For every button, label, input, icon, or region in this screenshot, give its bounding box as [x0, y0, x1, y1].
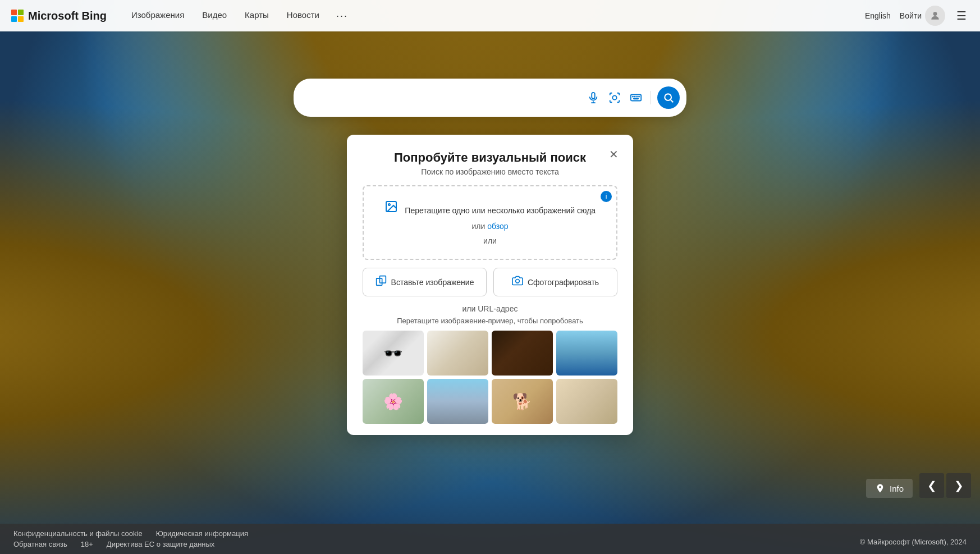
- browse-link[interactable]: обзор: [487, 222, 508, 231]
- ms-sq-blue: [11, 16, 17, 22]
- paste-image-label: Вставьте изображение: [391, 278, 474, 287]
- avatar: [925, 6, 945, 26]
- svg-line-12: [671, 100, 674, 103]
- sample-image-dog[interactable]: 🐕: [492, 379, 553, 424]
- sample-image-pyramid[interactable]: [427, 379, 488, 424]
- footer-legal[interactable]: Юридическая информация: [156, 529, 248, 538]
- footer-privacy[interactable]: Конфиденциальность и файлы cookie: [13, 529, 143, 538]
- ms-sq-yellow: [18, 16, 24, 22]
- modal-subtitle: Поиск по изображению вместо текста: [363, 167, 617, 176]
- drop-or-2: или: [375, 236, 605, 245]
- microsoft-logo-squares: [11, 10, 24, 22]
- menu-icon[interactable]: ☰: [954, 7, 969, 25]
- svg-point-11: [665, 94, 671, 100]
- svg-point-0: [933, 12, 937, 16]
- sample-image-coffee[interactable]: [492, 331, 553, 376]
- footer-row1: Конфиденциальность и файлы cookie Юридич…: [13, 529, 967, 538]
- info-icon[interactable]: i: [601, 191, 612, 202]
- keyboard-icon[interactable]: [629, 90, 643, 105]
- nav-news[interactable]: Новости: [279, 6, 327, 26]
- microphone-icon[interactable]: [586, 90, 601, 105]
- info-location-button[interactable]: Info: [866, 479, 913, 498]
- sample-images-row2: 🌸 🐕: [363, 379, 617, 424]
- ms-sq-green: [18, 10, 24, 15]
- sample-image-harbor[interactable]: [556, 331, 617, 376]
- sample-image-interior[interactable]: [427, 331, 488, 376]
- drop-zone[interactable]: i Перетащите одно или несколько изображе…: [363, 185, 617, 260]
- camera-label: Сфотографировать: [528, 278, 599, 287]
- nav-prev-button[interactable]: ❮: [919, 473, 944, 498]
- drop-text: Перетащите одно или несколько изображени…: [405, 206, 596, 215]
- sample-text: Перетащите изображение-пример, чтобы поп…: [363, 317, 617, 325]
- search-area: [294, 79, 686, 117]
- svg-point-17: [516, 280, 520, 283]
- or-label-1: или: [471, 222, 485, 231]
- url-text: или URL-адрес: [363, 304, 617, 313]
- nav-next-button[interactable]: ❯: [946, 473, 971, 498]
- more-nav-button[interactable]: ···: [329, 6, 355, 26]
- search-bar: [294, 79, 686, 117]
- camera-icon: [512, 275, 523, 289]
- footer-copyright: © Майкрософт (Microsoft), 2024: [860, 538, 967, 546]
- visual-search-modal: Попробуйте визуальный поиск Поиск по изо…: [347, 135, 633, 435]
- brand-logo[interactable]: Microsoft Bing: [11, 10, 107, 22]
- search-input[interactable]: [307, 92, 581, 104]
- sample-image-misc[interactable]: [556, 379, 617, 424]
- footer-row2: Обратная связь 18+ Директива ЕС о защите…: [13, 540, 967, 548]
- svg-point-14: [388, 204, 390, 205]
- footer-age[interactable]: 18+: [81, 540, 93, 548]
- paste-icon: [375, 275, 387, 289]
- search-icons: [586, 86, 675, 109]
- svg-point-4: [612, 95, 616, 99]
- sample-image-flower[interactable]: 🌸: [363, 379, 424, 424]
- language-switch[interactable]: English: [865, 11, 891, 20]
- info-label: Info: [890, 484, 904, 493]
- sample-images-row1: [363, 331, 617, 376]
- navbar: Microsoft Bing Изображения Видео Карты Н…: [0, 0, 980, 31]
- search-go-button[interactable]: [657, 86, 680, 109]
- signin-button[interactable]: Войти: [900, 6, 945, 26]
- svg-rect-1: [592, 93, 595, 99]
- modal-title: Попробуйте визуальный поиск: [363, 150, 617, 165]
- navbar-right: English Войти ☰: [865, 6, 969, 26]
- drop-zone-icon: [384, 200, 398, 216]
- camera-button[interactable]: Сфотографировать: [493, 268, 617, 296]
- brand-name: Microsoft Bing: [28, 10, 107, 22]
- ms-sq-red: [11, 10, 17, 15]
- location-pin-icon: [875, 483, 885, 493]
- footer-feedback[interactable]: Обратная связь: [13, 540, 67, 548]
- footer-eu-directive[interactable]: Директива ЕС о защите данных: [107, 540, 215, 548]
- svg-rect-15: [379, 276, 386, 283]
- search-divider: [650, 91, 651, 104]
- modal-close-button[interactable]: ✕: [605, 146, 622, 163]
- nav-images[interactable]: Изображения: [123, 6, 192, 26]
- nav-maps[interactable]: Карты: [237, 6, 277, 26]
- action-buttons: Вставьте изображение Сфотографировать: [363, 268, 617, 296]
- main-nav: Изображения Видео Карты Новости ···: [123, 6, 865, 26]
- footer: Конфиденциальность и файлы cookie Юридич…: [0, 524, 980, 554]
- svg-rect-5: [631, 95, 641, 101]
- drop-or-1: или обзор: [375, 222, 605, 231]
- paste-image-button[interactable]: Вставьте изображение: [363, 268, 487, 296]
- modal-header: Попробуйте визуальный поиск Поиск по изо…: [363, 150, 617, 176]
- nav-video[interactable]: Видео: [194, 6, 235, 26]
- signin-label: Войти: [900, 11, 922, 20]
- sample-image-sunglasses[interactable]: [363, 331, 424, 376]
- visual-search-icon[interactable]: [607, 90, 622, 105]
